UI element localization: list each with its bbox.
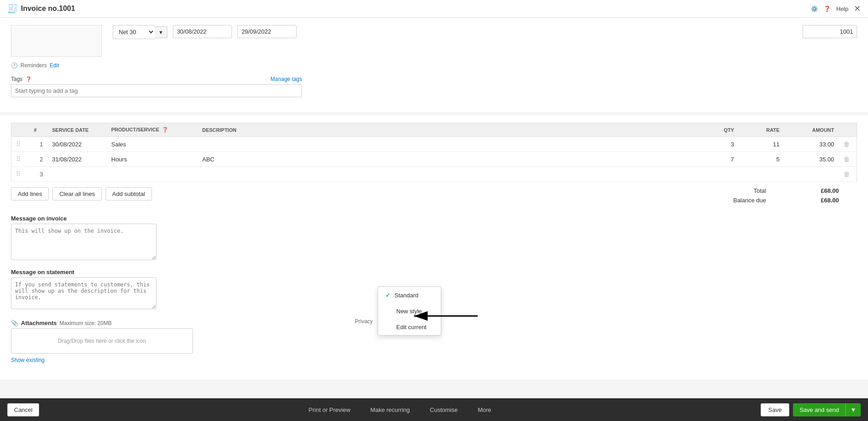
balance-due-label: Balance due	[733, 197, 766, 204]
row-description[interactable]: ABC	[198, 152, 702, 167]
message-invoice-textarea[interactable]	[11, 224, 156, 260]
table-row: ⠿ 1 30/08/2022 Sales 3 11 33.00 🗑	[11, 137, 857, 152]
privacy-label: Privacy	[355, 318, 373, 325]
col-header-amount: AMOUNT	[784, 123, 839, 137]
page-title: Invoice no.1001	[21, 5, 75, 13]
row-description[interactable]	[198, 167, 702, 182]
balance-due-value: £68.00	[802, 197, 839, 204]
delete-row-icon[interactable]: 🗑	[843, 170, 850, 178]
help-icon[interactable]: ❓	[823, 5, 831, 12]
col-header-product: PRODUCT/SERVICE ❓	[107, 123, 198, 137]
clear-all-lines-button[interactable]: Clear all lines	[52, 187, 101, 200]
save-and-send-chevron[interactable]: ▼	[845, 403, 861, 407]
drag-handle-icon[interactable]: ⠿	[16, 140, 20, 148]
style-edit-label: Edit current	[396, 324, 426, 331]
table-row: ⠿ 3 🗑	[11, 167, 857, 182]
check-icon: ✓	[385, 291, 391, 299]
product-question-icon: ❓	[162, 127, 168, 132]
row-product[interactable]	[107, 167, 198, 182]
row-date[interactable]: 31/08/2022	[48, 152, 107, 167]
row-product[interactable]: Sales	[107, 137, 198, 152]
total-label: Total	[754, 187, 766, 194]
add-subtotal-button[interactable]: Add subtotal	[106, 187, 152, 200]
drop-zone[interactable]: Drag/Drop files here or click the icon	[11, 328, 193, 354]
make-recurring-button[interactable]: Make recurring	[364, 404, 416, 407]
drag-handle-icon[interactable]: ⠿	[16, 155, 20, 163]
row-product[interactable]: Hours	[107, 152, 198, 167]
save-and-send-button[interactable]: Save and send	[793, 403, 845, 407]
payment-terms-select[interactable]: Net 30	[113, 25, 155, 39]
message-statement-textarea[interactable]	[11, 277, 156, 309]
attachments-max-size: Maximum size: 20MB	[60, 320, 112, 326]
col-header-num: #	[30, 123, 48, 137]
col-header-date: SERVICE DATE	[48, 123, 107, 137]
reminders-edit-link[interactable]: Edit	[50, 62, 59, 69]
row-amount[interactable]: 35.00	[784, 152, 839, 167]
tags-input[interactable]	[11, 84, 302, 97]
attachments-label: Attachments	[21, 320, 57, 326]
save-button[interactable]: Save	[761, 403, 790, 407]
row-num: 1	[30, 137, 48, 152]
style-standard-label: Standard	[394, 292, 419, 299]
manage-tags-link[interactable]: Manage tags	[271, 76, 302, 82]
print-preview-button[interactable]: Print or Preview	[302, 404, 357, 407]
delete-row-icon[interactable]: 🗑	[843, 140, 850, 148]
row-date[interactable]	[48, 167, 107, 182]
more-button[interactable]: More	[471, 404, 498, 407]
row-amount[interactable]: 33.00	[784, 137, 839, 152]
row-rate[interactable]: 11	[739, 137, 784, 152]
arrow-annotation	[409, 309, 482, 324]
row-amount[interactable]	[784, 167, 839, 182]
message-invoice-label: Message on invoice	[11, 215, 857, 222]
tags-label: Tags	[11, 76, 22, 82]
row-rate[interactable]	[739, 167, 784, 182]
drag-handle-icon[interactable]: ⠿	[16, 170, 20, 178]
paperclip-icon: 📎	[11, 320, 18, 326]
message-statement-label: Message on statement	[11, 269, 857, 276]
invoice-number-input[interactable]: 1001	[802, 25, 857, 38]
row-rate[interactable]: 5	[739, 152, 784, 167]
bottom-bar: Cancel Print or Preview Make recurring C…	[0, 398, 868, 407]
reminders-label: Reminders	[20, 62, 47, 69]
close-icon[interactable]: ✕	[854, 4, 861, 14]
col-header-rate: RATE	[739, 123, 784, 137]
row-description[interactable]	[198, 137, 702, 152]
total-value: £68.00	[802, 187, 839, 194]
drop-text: Drag/Drop files here or click the icon	[58, 338, 146, 344]
style-standard-item[interactable]: ✓ Standard	[378, 287, 441, 303]
row-qty[interactable]: 3	[702, 137, 739, 152]
help-label[interactable]: Help	[836, 5, 848, 12]
cancel-button[interactable]: Cancel	[7, 403, 39, 407]
col-header-qty: QTY	[702, 123, 739, 137]
save-and-send-wrapper: Save and send ▼	[793, 403, 861, 407]
row-qty[interactable]: 7	[702, 152, 739, 167]
invoice-date-input[interactable]: 30/08/2022	[173, 25, 232, 38]
table-row: ⠿ 2 31/08/2022 Hours ABC 7 5 35.00 🗑	[11, 152, 857, 167]
row-qty[interactable]	[702, 167, 739, 182]
customise-button[interactable]: Customise	[424, 404, 464, 407]
payment-terms-chevron[interactable]: ▼	[155, 26, 167, 38]
due-date-input[interactable]: 29/09/2022	[237, 25, 297, 38]
row-num: 3	[30, 167, 48, 182]
add-lines-button[interactable]: Add lines	[11, 187, 49, 200]
tags-question-icon: ❓	[25, 76, 32, 82]
gear-icon[interactable]: ⚙️	[811, 5, 818, 12]
delete-row-icon[interactable]: 🗑	[843, 155, 850, 163]
row-date[interactable]: 30/08/2022	[48, 137, 107, 152]
col-header-desc: DESCRIPTION	[198, 123, 702, 137]
row-num: 2	[30, 152, 48, 167]
invoice-logo-icon: 🧾	[7, 4, 17, 14]
show-existing-link[interactable]: Show existing	[11, 357, 45, 363]
clock-icon: 🕐	[11, 62, 18, 69]
